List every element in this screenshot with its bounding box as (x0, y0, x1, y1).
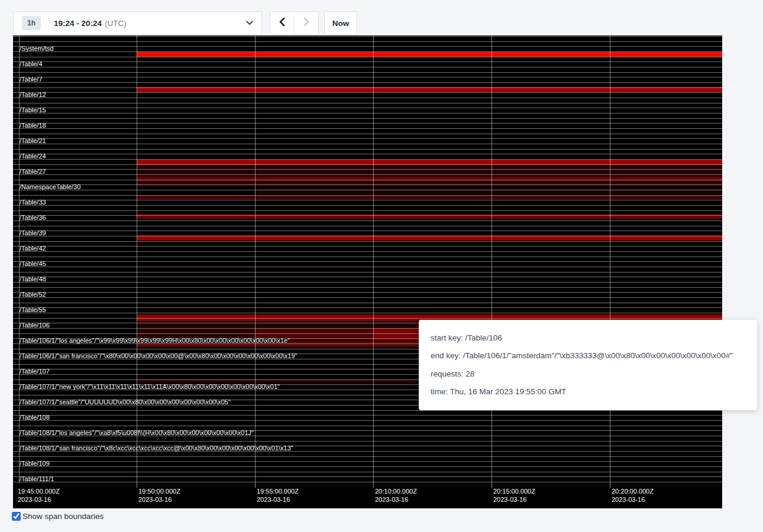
span-boundary-line (13, 118, 722, 119)
span-boundary-line (13, 426, 722, 426)
time-range-toolbar: 1h 19:24 - 20:24 (UTC) Now (13, 11, 357, 35)
span-boundary-line (13, 92, 722, 93)
tooltip-requests: requests: 28 (431, 365, 745, 383)
next-interval-button[interactable] (294, 12, 318, 34)
span-boundary-line (13, 261, 722, 262)
span-boundary-line (13, 190, 722, 190)
x-axis-label: 20:10:00.000Z2023-03-16 (375, 487, 417, 504)
time-range-label: 19:24 - 20:24 (54, 19, 102, 28)
heatmap-band[interactable] (137, 181, 722, 186)
footer-controls: Show span boundaries (12, 512, 104, 521)
tooltip-start-key: start key: /Table/106 (431, 329, 745, 347)
span-boundary-line (13, 220, 722, 221)
x-axis-date: 2023-03-16 (493, 495, 535, 504)
x-axis-label: 20:15:00.000Z2023-03-16 (493, 487, 535, 504)
time-grid-line (255, 35, 256, 483)
span-boundary-line (13, 313, 722, 313)
time-nav-group (270, 11, 319, 35)
span-boundary-line (13, 472, 722, 472)
span-boundary-line (13, 144, 722, 144)
show-span-boundaries-label: Show span boundaries (22, 512, 104, 521)
span-boundary-line (13, 236, 722, 236)
axis-tick (610, 483, 610, 488)
now-button[interactable]: Now (324, 11, 357, 35)
time-grid-line (373, 35, 374, 483)
span-boundary-line (13, 149, 722, 150)
tooltip-time: time: Thu, 16 Mar 2023 19:55:00 GMT (431, 383, 745, 401)
span-boundary-line (13, 205, 722, 206)
span-boundary-line (13, 303, 722, 303)
span-boundary-line (13, 251, 722, 252)
span-boundary-line (13, 200, 722, 200)
span-boundary-line (13, 210, 722, 211)
span-boundary-line (13, 267, 722, 267)
x-axis-time: 20:10:00.000Z (375, 487, 417, 495)
time-grid-line (492, 35, 492, 483)
heatmap-band[interactable] (137, 165, 722, 177)
time-range-dropdown[interactable]: 1h 19:24 - 20:24 (UTC) (13, 11, 262, 35)
x-axis-date: 2023-03-16 (375, 495, 417, 504)
x-axis-label: 19:50:00.000Z2023-03-16 (138, 487, 180, 504)
span-boundary-line (13, 282, 722, 283)
span-boundary-line (13, 46, 722, 47)
span-boundary-line (13, 174, 722, 175)
x-axis-label: 20:20:00.000Z2023-03-16 (612, 487, 654, 504)
time-grid-line (19, 35, 20, 483)
span-boundary-line (13, 61, 722, 62)
x-axis-label: 19:45:00.000Z2023-03-16 (18, 487, 60, 504)
span-boundary-line (13, 231, 722, 231)
x-axis-time: 20:20:00.000Z (612, 487, 654, 495)
show-span-boundaries-checkbox[interactable] (12, 512, 21, 521)
duration-badge: 1h (22, 16, 41, 30)
span-boundary-line (13, 128, 722, 129)
axis-tick (137, 483, 137, 488)
x-axis-date: 2023-03-16 (18, 495, 60, 504)
span-boundary-line (13, 451, 722, 452)
axis-tick (492, 483, 492, 488)
span-tooltip: start key: /Table/106 end key: /Table/10… (419, 320, 757, 410)
span-boundary-line (13, 195, 722, 196)
span-boundary-line (13, 108, 722, 108)
span-boundary-line (13, 277, 722, 277)
timezone-label: (UTC) (105, 19, 127, 28)
x-axis-time: 19:45:00.000Z (18, 487, 60, 495)
span-boundary-line (13, 420, 722, 421)
span-boundary-line (13, 113, 722, 113)
span-boundary-line (13, 67, 722, 67)
heatmap-band[interactable] (137, 214, 722, 219)
span-boundary-line (13, 287, 722, 288)
span-boundary-line (13, 41, 722, 42)
x-axis-time: 20:15:00.000Z (493, 487, 535, 495)
key-visualizer-canvas[interactable]: /System/tsd/Table/4/Table/7/Table/12/Tab… (13, 35, 722, 508)
heatmap-band[interactable] (255, 188, 722, 194)
time-grid-line (610, 35, 610, 483)
span-boundary-line (13, 87, 722, 88)
previous-interval-button[interactable] (270, 12, 294, 34)
span-boundary-line (13, 164, 722, 165)
span-boundary-line (13, 134, 722, 134)
span-boundary-line (13, 98, 722, 98)
span-boundary-line (13, 72, 722, 73)
span-boundary-line (13, 436, 722, 436)
span-boundary-line (13, 77, 722, 77)
span-boundary-line (13, 482, 722, 482)
span-boundary-line (13, 184, 722, 185)
span-boundary-line (13, 36, 722, 37)
span-boundary-line (13, 241, 722, 242)
span-boundary-line (13, 138, 722, 139)
heatmap-band[interactable] (137, 177, 722, 181)
span-boundary-line (13, 297, 722, 298)
span-boundary-line (13, 461, 722, 462)
axis-tick (373, 483, 374, 488)
span-boundary-line (13, 123, 722, 124)
span-boundary-line (13, 180, 722, 180)
heatmap-band[interactable] (137, 195, 722, 199)
span-boundary-line (13, 57, 722, 57)
span-boundary-line (13, 154, 722, 154)
x-axis-date: 2023-03-16 (138, 495, 180, 504)
x-axis-time: 19:50:00.000Z (138, 487, 180, 495)
span-boundary-line (13, 441, 722, 442)
x-axis-date: 2023-03-16 (257, 495, 299, 504)
tooltip-end-key: end key: /Table/106/1/"amsterdam"/"\xb33… (431, 347, 745, 365)
span-boundary-line (13, 476, 722, 477)
